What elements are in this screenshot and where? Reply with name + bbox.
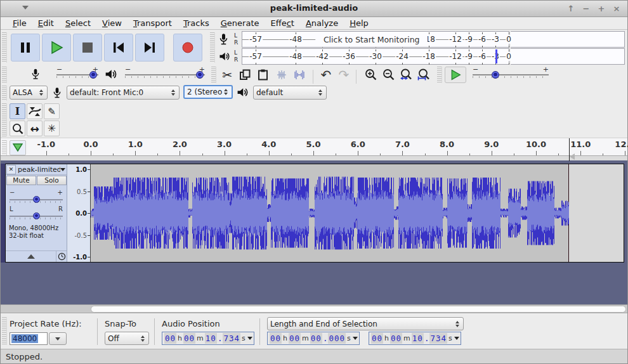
audio-position-field[interactable]: 00h00m10.734s — [162, 332, 254, 345]
fit-selection-button[interactable] — [398, 67, 414, 82]
maximize-button[interactable]: + — [594, 3, 608, 15]
tools-toolbar-grip[interactable] — [2, 103, 7, 136]
play-speed-slider[interactable]: −+ — [473, 67, 549, 83]
undo-button[interactable]: ↶ — [318, 67, 334, 82]
waveform-area[interactable] — [91, 164, 624, 262]
fit-project-button[interactable] — [415, 67, 432, 82]
sync-lock-clock-icon[interactable] — [56, 251, 67, 262]
menu-select[interactable]: Select — [60, 18, 96, 29]
gain-slider[interactable]: − + — [10, 191, 63, 205]
silence-selection-button[interactable] — [291, 67, 308, 82]
rollup-button[interactable]: ↑ — [564, 3, 578, 15]
track-view[interactable]: ✕ peak-limited Mute Solo − + L R Mono — [1, 160, 627, 304]
paste-button[interactable] — [254, 67, 271, 82]
playback-device-select[interactable]: default — [253, 86, 327, 100]
zoom-out-button[interactable] — [380, 67, 396, 82]
playback-volume-thumb[interactable] — [196, 71, 204, 79]
time-shift-tool-button[interactable]: ↔ — [27, 120, 43, 136]
edit-toolbar-grip[interactable] — [211, 67, 216, 83]
selection-mode-select[interactable]: Length and End of Selection — [267, 317, 464, 330]
recording-volume-thumb[interactable] — [89, 71, 97, 79]
track-menu-arrow-icon[interactable] — [60, 168, 65, 171]
play-at-speed-button[interactable] — [445, 67, 466, 83]
snap-to-select[interactable]: Off — [105, 332, 149, 345]
record-meter-mic-icon — [219, 33, 234, 46]
recording-device-select[interactable]: default: Front Mic:0 — [67, 86, 180, 100]
time-ruler[interactable]: -1.00.01.02.03.04.05.06.07.08.09.010.011… — [37, 138, 626, 156]
trim-outside-selection-button[interactable] — [273, 67, 290, 82]
skip-to-start-button[interactable] — [104, 34, 133, 62]
play-at-speed-toolbar-grip[interactable] — [437, 67, 442, 83]
menu-help[interactable]: Help — [344, 18, 374, 29]
record-meter-bar-area[interactable] — [511, 31, 625, 48]
menu-edit[interactable]: Edit — [32, 18, 60, 29]
multi-tool-button[interactable]: ✳ — [44, 120, 60, 136]
dropdown-arrow-icon[interactable] — [454, 337, 459, 340]
menu-view[interactable]: View — [96, 18, 128, 29]
redo-button[interactable]: ↷ — [336, 67, 352, 82]
scrub-strip[interactable] — [1, 155, 627, 160]
gain-thumb[interactable] — [33, 196, 40, 203]
waveform[interactable] — [91, 166, 569, 261]
audio-host-select[interactable]: ALSA — [10, 86, 48, 100]
close-button[interactable]: × — [610, 3, 624, 15]
zoom-in-button[interactable] — [362, 67, 379, 82]
vertical-ruler[interactable]: 1.00.50.0-0.5-1.0 — [67, 164, 91, 262]
dropdown-arrow-icon[interactable] — [353, 337, 358, 340]
record-meter-scale[interactable]: -57-48-42-36-30-24-18-12-9-6-30Click to … — [242, 31, 509, 48]
playback-meter[interactable]: LR -57-48-42-36-30-24-18-12-9-6-30 — [219, 48, 625, 65]
project-rate-input[interactable]: 48000 — [10, 332, 48, 345]
menu-file[interactable]: File — [7, 18, 32, 29]
recording-channels-select[interactable]: 2 (Stereo) F — [183, 85, 233, 99]
transport-toolbar-grip[interactable] — [2, 32, 7, 63]
pan-thumb[interactable] — [33, 212, 40, 219]
zoom-tool-button[interactable] — [10, 120, 25, 136]
audio-clip[interactable] — [91, 164, 569, 262]
horizontal-scrollbar[interactable] — [1, 304, 627, 313]
copy-button[interactable] — [237, 67, 253, 82]
selection-toolbar-grip[interactable] — [2, 317, 7, 345]
menu-effect[interactable]: Effect — [265, 18, 300, 29]
playback-volume-slider[interactable]: −+ — [125, 67, 205, 83]
skip-to-end-button[interactable] — [135, 34, 164, 62]
skip-to-start-icon — [112, 42, 126, 53]
pan-slider[interactable]: L R — [10, 207, 63, 221]
paste-icon — [258, 69, 268, 81]
timeline-options-button[interactable] — [10, 140, 26, 155]
mixer-toolbar-grip[interactable] — [2, 67, 7, 83]
menu-generate[interactable]: Generate — [215, 18, 265, 29]
envelope-tool-button[interactable] — [27, 103, 43, 119]
collapse-track-button[interactable] — [6, 251, 56, 262]
draw-tool-button[interactable]: ✎ — [44, 103, 60, 119]
horizontal-scrollbar-thumb[interactable] — [91, 306, 626, 313]
stop-button[interactable] — [73, 34, 102, 62]
meter-toolbar-grip[interactable] — [210, 32, 215, 63]
pause-button[interactable] — [11, 34, 40, 62]
project-rate-dropdown-button[interactable] — [49, 332, 67, 345]
zoom-in-icon — [365, 68, 377, 81]
mute-button[interactable]: Mute — [6, 176, 36, 185]
track-close-button[interactable]: ✕ — [6, 165, 16, 174]
playback-meter-scale[interactable]: -57-48-42-36-30-24-18-12-9-6-30 — [242, 48, 509, 65]
menu-transport[interactable]: Transport — [128, 18, 178, 29]
menu-analyze[interactable]: Analyze — [300, 18, 344, 29]
cut-button[interactable]: ✂ — [219, 67, 235, 82]
minimize-button[interactable]: − — [579, 3, 593, 15]
solo-button[interactable]: Solo — [37, 176, 67, 185]
menu-tracks[interactable]: Tracks — [178, 18, 215, 29]
timeline[interactable]: -1.00.01.02.03.04.05.06.07.08.09.010.011… — [1, 138, 627, 160]
selection-tool-button[interactable]: I — [10, 103, 25, 119]
timeline-grip[interactable] — [2, 140, 7, 155]
dropdown-arrow-icon[interactable] — [247, 337, 252, 340]
play-speed-thumb[interactable] — [492, 71, 499, 79]
selection-start-field[interactable]: 00h00m00.000s — [267, 332, 360, 345]
selection-end-field[interactable]: 00h00m10.734s — [369, 332, 461, 345]
title-bar[interactable]: peak-limited-audio ↑ − + × — [1, 1, 627, 17]
play-button[interactable] — [42, 34, 71, 62]
device-toolbar-grip[interactable] — [2, 86, 7, 101]
record-button[interactable] — [173, 34, 202, 62]
playback-meter-bar-area[interactable] — [511, 48, 625, 65]
monitoring-hint[interactable]: Click to Start Monitoring — [316, 32, 428, 47]
recording-meter[interactable]: LR -57-48-42-36-30-24-18-12-9-6-30Click … — [219, 31, 625, 48]
recording-volume-slider[interactable]: −+ — [56, 67, 98, 83]
